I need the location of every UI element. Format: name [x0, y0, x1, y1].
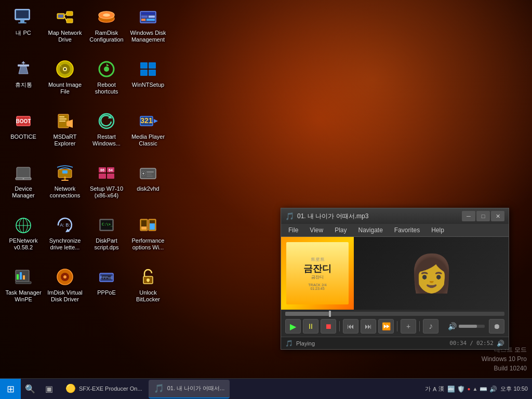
- disk2vhd-icon: [138, 163, 158, 183]
- mpc-add-button[interactable]: +: [401, 319, 416, 334]
- icon-pppoe[interactable]: PPPoE PPPoE: [86, 262, 127, 314]
- mpc-seek-track[interactable]: [285, 312, 504, 316]
- svg-rect-63: [147, 174, 152, 175]
- svg-rect-51: [64, 178, 66, 180]
- mpc-menu-view[interactable]: View: [304, 225, 328, 235]
- svg-rect-8: [66, 19, 73, 23]
- icon-unlock-bl[interactable]: Unlock BitLocker: [127, 262, 169, 314]
- icon-setup-w7[interactable]: 86 64 Setup W7-10 (x86-x64): [86, 158, 127, 210]
- icon-sync-drive[interactable]: A: B: Synchronize drive lette...: [44, 210, 86, 262]
- icon-taskmgr[interactable]: Task Manager WinPE: [3, 262, 44, 314]
- start-icon: ⊞: [7, 383, 15, 395]
- mpc-title-text: 01. 내 나이가 어때서.mp3: [297, 212, 459, 221]
- mpc-vol-btn[interactable]: 🔊: [497, 340, 504, 347]
- mpc-menu-favorites[interactable]: Favorites: [389, 225, 425, 235]
- svg-rect-16: [141, 16, 148, 18]
- icon-mount-image[interactable]: Mount Image File: [44, 55, 86, 107]
- album-art-tag: 트로트: [311, 256, 325, 263]
- tray-icon-arrow[interactable]: ▲: [473, 386, 478, 392]
- mpc-seek-thumb[interactable]: [329, 311, 331, 317]
- tray-icon-ime[interactable]: 🔤: [447, 385, 455, 393]
- tray-lang-ko[interactable]: 가: [425, 385, 431, 393]
- status-line-3: Build 10240: [482, 364, 527, 373]
- svg-text:BOOT: BOOT: [16, 118, 31, 124]
- mpc-minimize-button[interactable]: ─: [462, 211, 475, 221]
- tray-icon-keyboard[interactable]: ⌨️: [480, 385, 487, 393]
- my-pc-label: 내 PC: [16, 30, 31, 36]
- icon-my-pc[interactable]: 내 PC: [3, 3, 44, 55]
- tray-lang-en[interactable]: A: [433, 386, 436, 392]
- icon-device-mgr[interactable]: Device Manager: [3, 158, 44, 210]
- mpc-volume-icon: 🔊: [448, 322, 457, 330]
- svg-rect-82: [20, 272, 22, 280]
- svg-line-9: [64, 17, 66, 21]
- taskbar-item-mpc[interactable]: 🎵 01. 내 나이가 어때서...: [149, 380, 230, 398]
- svg-rect-79: [150, 223, 155, 230]
- icon-diskpart[interactable]: C:\>_ DiskPart script.dps: [86, 210, 127, 262]
- tray-icon-volume[interactable]: 🔊: [489, 385, 497, 393]
- tray-lang: 가 A 漢: [425, 385, 444, 393]
- mpc-sep-1: [339, 321, 340, 331]
- icon-penet[interactable]: PENetwork v0.58.2: [3, 210, 44, 262]
- mpc-next-button[interactable]: ⏭: [361, 319, 376, 334]
- desktop-icon-grid: 내 PC Map Network Drive: [3, 3, 169, 314]
- tray-icon-shield[interactable]: 🛡️: [457, 385, 465, 393]
- icon-bootice[interactable]: BOOT BOOTICE: [3, 107, 44, 158]
- mpc-status-icon: 🎵: [285, 340, 293, 347]
- svg-rect-38: [59, 121, 65, 122]
- mpc-menu-play[interactable]: Play: [329, 225, 352, 235]
- mpc-skipfwd-button[interactable]: ⏩: [378, 319, 394, 334]
- mpc-prev-button[interactable]: ⏮: [343, 319, 358, 334]
- taskbar-items: 🟡 SFX-EXE Producer On... 🎵 01. 내 나이가 어때서…: [58, 380, 421, 398]
- album-art-inner: 트로트 금잔디 금잔디 TRACK 2/401:23:45: [286, 242, 349, 304]
- icon-ramdisk[interactable]: RamDisk Configuration: [86, 3, 127, 55]
- pppoe-label: PPPoE: [97, 289, 115, 296]
- start-button[interactable]: ⊞: [0, 379, 21, 400]
- icon-mpc[interactable]: 321 Media Player Classic: [127, 107, 169, 158]
- icon-net-conn[interactable]: Network connections: [44, 158, 86, 210]
- mpc-close-button[interactable]: ✕: [491, 211, 504, 221]
- icon-imdisk[interactable]: ImDisk Virtual Disk Driver: [44, 262, 86, 314]
- tray-clock[interactable]: 오후 10:50: [500, 385, 528, 392]
- msda-icon: [55, 111, 75, 131]
- status-line-2: Windows 10 Pro: [482, 354, 527, 364]
- icon-restart-win[interactable]: Restart Windows...: [86, 107, 127, 158]
- icon-disk-manage[interactable]: Windows Disk Management: [127, 3, 169, 55]
- mpc-vol-track[interactable]: [459, 325, 485, 328]
- winnt-icon: [138, 59, 158, 79]
- taskview-button[interactable]: ▣: [39, 379, 58, 400]
- singer-area: 👩: [354, 237, 509, 310]
- mpc-menu-file[interactable]: File: [283, 225, 303, 235]
- device-mgr-label: Device Manager: [5, 185, 42, 199]
- mpc-stop-button[interactable]: ⏹: [321, 319, 336, 334]
- imdisk-icon: [55, 267, 75, 287]
- icon-winnt[interactable]: WinNTSetup: [127, 55, 169, 107]
- album-subtitle: 금잔디: [311, 274, 324, 280]
- disk-manage-label: Windows Disk Management: [129, 30, 167, 43]
- icon-perf-opt[interactable]: Performance options Wi...: [127, 210, 169, 262]
- mpc-extra-button[interactable]: ⏺: [489, 319, 504, 334]
- mpc-audio-button[interactable]: ♪: [423, 319, 438, 334]
- mpc-window-controls: ─ □ ✕: [462, 211, 504, 221]
- icon-disk2vhd[interactable]: disk2vhd: [127, 158, 169, 210]
- tray-icon-red[interactable]: ●: [467, 386, 470, 392]
- cortana-button[interactable]: 🔍: [21, 379, 39, 400]
- icon-msda[interactable]: MSDaRT Explorer: [44, 107, 86, 158]
- svg-text:86: 86: [100, 168, 104, 172]
- svg-rect-62: [147, 171, 154, 172]
- taskbar-item-sfx[interactable]: 🟡 SFX-EXE Producer On...: [60, 380, 148, 398]
- mpc-pause-button[interactable]: ⏸: [303, 319, 318, 334]
- mpc-transport: ▶ ⏸ ⏹ ⏮ ⏭ ⏩ + ♪ 🔊 ⏺: [281, 316, 509, 337]
- mpc-video-area: 트로트 금잔디 금잔디 TRACK 2/401:23:45 👩: [281, 237, 509, 310]
- tray-lang-hanja[interactable]: 漢: [438, 385, 444, 393]
- mpc-maximize-button[interactable]: □: [476, 211, 490, 221]
- mpc-seek-bar-container: [281, 310, 509, 316]
- icon-reboot[interactable]: Reboot shortcuts: [86, 55, 127, 107]
- mpc-play-button[interactable]: ▶: [285, 319, 301, 334]
- icon-map-network[interactable]: Map Network Drive: [44, 3, 86, 55]
- svg-point-61: [142, 172, 144, 175]
- mpc-menu-help[interactable]: Help: [426, 225, 449, 235]
- icon-recycle[interactable]: 휴지통: [3, 55, 44, 107]
- mpc-menu-navigate[interactable]: Navigate: [353, 225, 388, 235]
- svg-marker-44: [154, 119, 158, 123]
